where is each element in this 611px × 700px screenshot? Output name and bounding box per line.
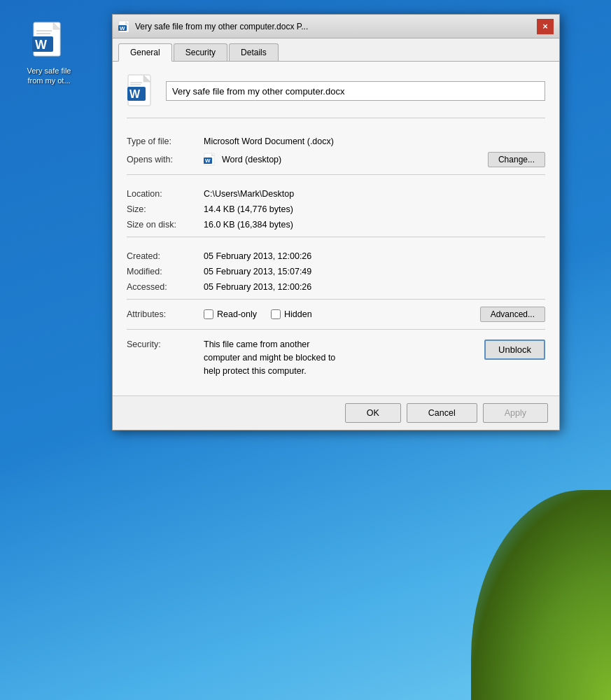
tab-general[interactable]: General: [118, 43, 172, 62]
hidden-checkbox-item[interactable]: Hidden: [271, 309, 312, 319]
title-bar-text: Very safe file from my other computer.do…: [135, 22, 537, 31]
size-row: Size: 14.4 KB (14,776 bytes): [127, 204, 545, 214]
opens-with-row: Opens with: W Word (desktop) Change...: [127, 152, 545, 167]
hidden-checkbox[interactable]: [271, 309, 281, 319]
size-value: 14.4 KB (14,776 bytes): [204, 204, 545, 214]
modified-value: 05 February 2013, 15:07:49: [204, 267, 545, 276]
apply-button[interactable]: Apply: [483, 403, 548, 423]
opens-value: Word (desktop): [222, 155, 281, 164]
readonly-label: Read-only: [217, 309, 257, 319]
created-label: Created:: [127, 251, 204, 261]
file-name-row: W: [127, 74, 545, 118]
advanced-button[interactable]: Advanced...: [480, 307, 545, 322]
desktop-word-icon: W: [31, 21, 67, 63]
change-button[interactable]: Change...: [488, 152, 545, 167]
security-label: Security:: [127, 338, 204, 349]
accessed-value: 05 February 2013, 12:00:26: [204, 282, 545, 292]
created-value: 05 February 2013, 12:00:26: [204, 251, 545, 261]
disk-value: 16.0 KB (16,384 bytes): [204, 220, 545, 230]
tab-security[interactable]: Security: [174, 43, 227, 61]
opens-label: Opens with:: [127, 155, 204, 164]
opens-with-word-icon: W: [204, 153, 218, 167]
filename-input[interactable]: [166, 81, 545, 101]
modified-row: Modified: 05 February 2013, 15:07:49: [127, 267, 545, 276]
properties-dialog: W Very safe file from my other computer.…: [112, 14, 560, 430]
opens-with-content: W Word (desktop) Change...: [204, 152, 545, 167]
title-bar: W Very safe file from my other computer.…: [113, 15, 559, 38]
location-info-section: Location: C:\Users\Mark\Desktop Size: 14…: [127, 182, 545, 237]
disk-label: Size on disk:: [127, 220, 204, 230]
ok-button[interactable]: OK: [345, 403, 401, 423]
file-word-icon: W: [127, 74, 156, 108]
created-row: Created: 05 February 2013, 12:00:26: [127, 251, 545, 261]
dialog-content: W Type of file: Microsoft Word Document …: [113, 62, 559, 396]
svg-text:W: W: [120, 25, 125, 31]
desktop-icon-label: Very safe file from my ot...: [21, 66, 77, 86]
unblock-button[interactable]: Unblock: [484, 340, 545, 360]
close-button[interactable]: ×: [537, 19, 554, 34]
type-value: Microsoft Word Document (.docx): [204, 136, 545, 146]
accessed-label: Accessed:: [127, 282, 204, 292]
disk-row: Size on disk: 16.0 KB (16,384 bytes): [127, 220, 545, 230]
location-value: C:\Users\Mark\Desktop: [204, 189, 545, 199]
attributes-row: Attributes: Read-only Hidden Advanced...: [127, 300, 545, 330]
type-row: Type of file: Microsoft Word Document (.…: [127, 136, 545, 146]
security-message: This file came from anothercomputer and …: [204, 338, 473, 377]
cancel-button[interactable]: Cancel: [407, 403, 477, 423]
size-label: Size:: [127, 204, 204, 214]
dates-section: Created: 05 February 2013, 12:00:26 Modi…: [127, 244, 545, 300]
readonly-checkbox-item[interactable]: Read-only: [204, 309, 257, 319]
security-row: Security: This file came from anothercom…: [127, 330, 545, 383]
type-info-section: Type of file: Microsoft Word Document (.…: [127, 130, 545, 175]
svg-text:W: W: [129, 88, 141, 100]
modified-label: Modified:: [127, 267, 204, 276]
svg-text:W: W: [205, 158, 211, 164]
dialog-footer: OK Cancel Apply: [113, 396, 559, 430]
location-label: Location:: [127, 189, 204, 199]
tab-bar: General Security Details: [113, 38, 559, 62]
attributes-label: Attributes:: [127, 309, 204, 319]
tab-details[interactable]: Details: [229, 43, 279, 61]
readonly-checkbox[interactable]: [204, 309, 213, 319]
location-row: Location: C:\Users\Mark\Desktop: [127, 189, 545, 199]
titlebar-word-icon: W: [118, 20, 131, 33]
accessed-row: Accessed: 05 February 2013, 12:00:26: [127, 282, 545, 292]
hidden-label: Hidden: [284, 309, 312, 319]
type-label: Type of file:: [127, 136, 204, 146]
svg-text:W: W: [35, 38, 47, 52]
desktop-file-icon[interactable]: W Very safe file from my ot...: [21, 21, 77, 86]
attributes-checkboxes: Read-only Hidden: [204, 309, 480, 319]
